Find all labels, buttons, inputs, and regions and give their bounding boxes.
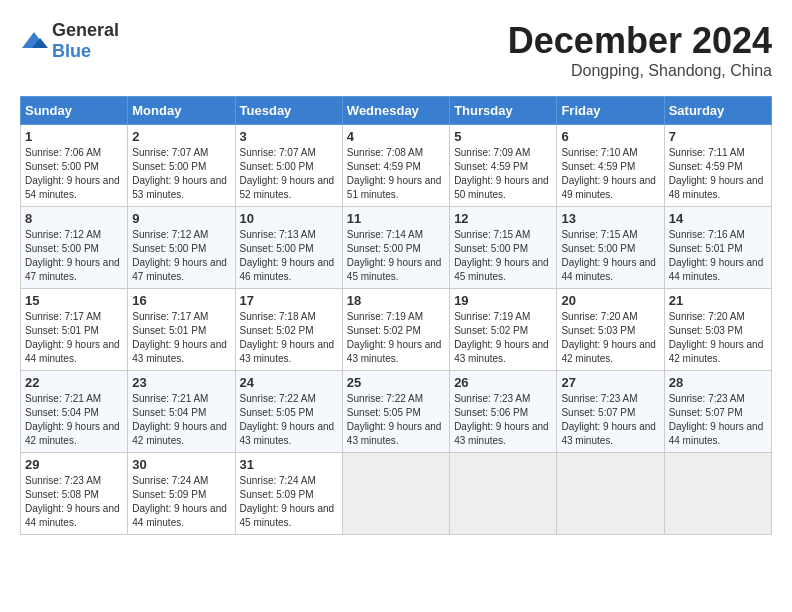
day-info: Sunrise: 7:13 AMSunset: 5:00 PMDaylight:… <box>240 228 338 284</box>
week-row-4: 22Sunrise: 7:21 AMSunset: 5:04 PMDayligh… <box>21 371 772 453</box>
calendar-cell: 8Sunrise: 7:12 AMSunset: 5:00 PMDaylight… <box>21 207 128 289</box>
day-info: Sunrise: 7:14 AMSunset: 5:00 PMDaylight:… <box>347 228 445 284</box>
day-info: Sunrise: 7:18 AMSunset: 5:02 PMDaylight:… <box>240 310 338 366</box>
day-number: 11 <box>347 211 445 226</box>
calendar-cell: 9Sunrise: 7:12 AMSunset: 5:00 PMDaylight… <box>128 207 235 289</box>
calendar-cell: 6Sunrise: 7:10 AMSunset: 4:59 PMDaylight… <box>557 125 664 207</box>
logo-icon <box>20 30 48 52</box>
day-info: Sunrise: 7:07 AMSunset: 5:00 PMDaylight:… <box>240 146 338 202</box>
day-number: 17 <box>240 293 338 308</box>
day-info: Sunrise: 7:19 AMSunset: 5:02 PMDaylight:… <box>347 310 445 366</box>
calendar-cell: 30Sunrise: 7:24 AMSunset: 5:09 PMDayligh… <box>128 453 235 535</box>
calendar-cell <box>450 453 557 535</box>
day-number: 26 <box>454 375 552 390</box>
header: General Blue December 2024 Dongping, Sha… <box>20 20 772 80</box>
calendar-cell: 20Sunrise: 7:20 AMSunset: 5:03 PMDayligh… <box>557 289 664 371</box>
day-number: 29 <box>25 457 123 472</box>
week-row-2: 8Sunrise: 7:12 AMSunset: 5:00 PMDaylight… <box>21 207 772 289</box>
day-number: 13 <box>561 211 659 226</box>
day-info: Sunrise: 7:15 AMSunset: 5:00 PMDaylight:… <box>561 228 659 284</box>
title-section: December 2024 Dongping, Shandong, China <box>508 20 772 80</box>
month-year: December 2024 <box>508 20 772 62</box>
day-info: Sunrise: 7:16 AMSunset: 5:01 PMDaylight:… <box>669 228 767 284</box>
weekday-header-friday: Friday <box>557 97 664 125</box>
weekday-header-monday: Monday <box>128 97 235 125</box>
day-number: 10 <box>240 211 338 226</box>
day-number: 4 <box>347 129 445 144</box>
calendar-cell: 17Sunrise: 7:18 AMSunset: 5:02 PMDayligh… <box>235 289 342 371</box>
day-number: 6 <box>561 129 659 144</box>
weekday-header-saturday: Saturday <box>664 97 771 125</box>
day-number: 23 <box>132 375 230 390</box>
calendar-cell: 28Sunrise: 7:23 AMSunset: 5:07 PMDayligh… <box>664 371 771 453</box>
day-number: 16 <box>132 293 230 308</box>
weekday-header-thursday: Thursday <box>450 97 557 125</box>
calendar-cell: 7Sunrise: 7:11 AMSunset: 4:59 PMDaylight… <box>664 125 771 207</box>
calendar-cell: 2Sunrise: 7:07 AMSunset: 5:00 PMDaylight… <box>128 125 235 207</box>
logo: General Blue <box>20 20 119 62</box>
day-info: Sunrise: 7:11 AMSunset: 4:59 PMDaylight:… <box>669 146 767 202</box>
calendar-cell <box>557 453 664 535</box>
day-number: 2 <box>132 129 230 144</box>
calendar-cell: 25Sunrise: 7:22 AMSunset: 5:05 PMDayligh… <box>342 371 449 453</box>
calendar-cell: 14Sunrise: 7:16 AMSunset: 5:01 PMDayligh… <box>664 207 771 289</box>
day-number: 5 <box>454 129 552 144</box>
day-number: 21 <box>669 293 767 308</box>
day-number: 7 <box>669 129 767 144</box>
calendar-cell: 1Sunrise: 7:06 AMSunset: 5:00 PMDaylight… <box>21 125 128 207</box>
calendar-cell: 4Sunrise: 7:08 AMSunset: 4:59 PMDaylight… <box>342 125 449 207</box>
week-row-5: 29Sunrise: 7:23 AMSunset: 5:08 PMDayligh… <box>21 453 772 535</box>
day-info: Sunrise: 7:17 AMSunset: 5:01 PMDaylight:… <box>25 310 123 366</box>
calendar-cell: 10Sunrise: 7:13 AMSunset: 5:00 PMDayligh… <box>235 207 342 289</box>
logo-general: General <box>52 20 119 40</box>
calendar-cell: 22Sunrise: 7:21 AMSunset: 5:04 PMDayligh… <box>21 371 128 453</box>
day-number: 22 <box>25 375 123 390</box>
calendar-cell: 23Sunrise: 7:21 AMSunset: 5:04 PMDayligh… <box>128 371 235 453</box>
location: Dongping, Shandong, China <box>508 62 772 80</box>
day-info: Sunrise: 7:23 AMSunset: 5:07 PMDaylight:… <box>669 392 767 448</box>
day-number: 12 <box>454 211 552 226</box>
day-number: 3 <box>240 129 338 144</box>
week-row-3: 15Sunrise: 7:17 AMSunset: 5:01 PMDayligh… <box>21 289 772 371</box>
calendar-cell: 12Sunrise: 7:15 AMSunset: 5:00 PMDayligh… <box>450 207 557 289</box>
day-number: 27 <box>561 375 659 390</box>
day-info: Sunrise: 7:24 AMSunset: 5:09 PMDaylight:… <box>132 474 230 530</box>
day-info: Sunrise: 7:15 AMSunset: 5:00 PMDaylight:… <box>454 228 552 284</box>
weekday-header-wednesday: Wednesday <box>342 97 449 125</box>
day-info: Sunrise: 7:23 AMSunset: 5:08 PMDaylight:… <box>25 474 123 530</box>
calendar-cell: 27Sunrise: 7:23 AMSunset: 5:07 PMDayligh… <box>557 371 664 453</box>
calendar-cell: 29Sunrise: 7:23 AMSunset: 5:08 PMDayligh… <box>21 453 128 535</box>
calendar-cell <box>664 453 771 535</box>
day-info: Sunrise: 7:10 AMSunset: 4:59 PMDaylight:… <box>561 146 659 202</box>
weekday-header-sunday: Sunday <box>21 97 128 125</box>
day-number: 20 <box>561 293 659 308</box>
day-number: 18 <box>347 293 445 308</box>
day-info: Sunrise: 7:21 AMSunset: 5:04 PMDaylight:… <box>132 392 230 448</box>
day-number: 24 <box>240 375 338 390</box>
day-number: 28 <box>669 375 767 390</box>
calendar-cell <box>342 453 449 535</box>
day-number: 31 <box>240 457 338 472</box>
calendar-cell: 21Sunrise: 7:20 AMSunset: 5:03 PMDayligh… <box>664 289 771 371</box>
week-row-1: 1Sunrise: 7:06 AMSunset: 5:00 PMDaylight… <box>21 125 772 207</box>
day-number: 30 <box>132 457 230 472</box>
day-info: Sunrise: 7:23 AMSunset: 5:07 PMDaylight:… <box>561 392 659 448</box>
logo-blue: Blue <box>52 41 91 61</box>
day-number: 14 <box>669 211 767 226</box>
day-info: Sunrise: 7:06 AMSunset: 5:00 PMDaylight:… <box>25 146 123 202</box>
calendar-cell: 19Sunrise: 7:19 AMSunset: 5:02 PMDayligh… <box>450 289 557 371</box>
calendar-table: SundayMondayTuesdayWednesdayThursdayFrid… <box>20 96 772 535</box>
calendar-cell: 26Sunrise: 7:23 AMSunset: 5:06 PMDayligh… <box>450 371 557 453</box>
day-info: Sunrise: 7:23 AMSunset: 5:06 PMDaylight:… <box>454 392 552 448</box>
day-number: 19 <box>454 293 552 308</box>
day-info: Sunrise: 7:17 AMSunset: 5:01 PMDaylight:… <box>132 310 230 366</box>
calendar-cell: 5Sunrise: 7:09 AMSunset: 4:59 PMDaylight… <box>450 125 557 207</box>
calendar-cell: 18Sunrise: 7:19 AMSunset: 5:02 PMDayligh… <box>342 289 449 371</box>
calendar-cell: 31Sunrise: 7:24 AMSunset: 5:09 PMDayligh… <box>235 453 342 535</box>
day-number: 8 <box>25 211 123 226</box>
day-info: Sunrise: 7:07 AMSunset: 5:00 PMDaylight:… <box>132 146 230 202</box>
day-info: Sunrise: 7:22 AMSunset: 5:05 PMDaylight:… <box>347 392 445 448</box>
calendar-cell: 24Sunrise: 7:22 AMSunset: 5:05 PMDayligh… <box>235 371 342 453</box>
page-container: General Blue December 2024 Dongping, Sha… <box>20 20 772 535</box>
day-number: 1 <box>25 129 123 144</box>
